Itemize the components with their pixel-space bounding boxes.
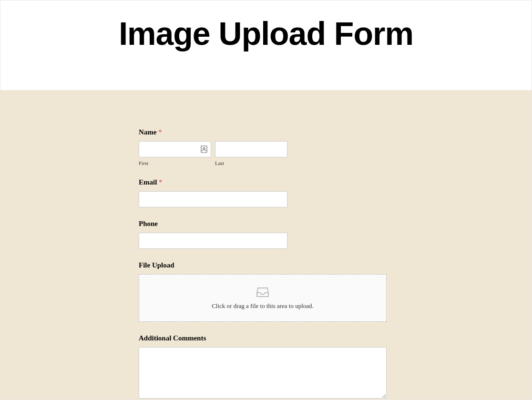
first-name-input[interactable] [139,141,211,157]
page-header: Image Upload Form [0,0,532,90]
comments-label: Additional Comments [139,334,387,342]
form-container: Name * First [0,90,532,400]
page-title: Image Upload Form [0,15,532,52]
email-label-text: Email [139,178,157,186]
name-field-group: Name * First [139,128,387,166]
inbox-icon [256,286,269,297]
phone-input[interactable] [139,233,287,249]
first-name-sublabel: First [139,160,211,166]
email-input[interactable] [139,191,287,207]
comments-field-group: Additional Comments [139,334,387,400]
dropzone-text: Click or drag a file to this area to upl… [139,302,386,310]
last-name-input[interactable] [215,141,287,157]
name-row: First Last [139,141,387,166]
file-upload-field-group: File Upload Click or drag a file to this… [139,261,387,322]
phone-label: Phone [139,220,387,228]
name-label-text: Name [139,128,157,136]
upload-form: Name * First [139,128,387,400]
phone-field-group: Phone [139,220,387,249]
last-name-sublabel: Last [215,160,287,166]
required-asterisk: * [158,128,162,136]
first-name-wrap [139,141,211,157]
email-label: Email * [139,178,387,186]
email-field-group: Email * [139,178,387,207]
first-name-col: First [139,141,211,166]
name-label: Name * [139,128,387,136]
last-name-col: Last [215,141,287,166]
required-asterisk: * [159,178,163,186]
file-upload-label: File Upload [139,261,387,269]
file-dropzone[interactable]: Click or drag a file to this area to upl… [139,274,387,322]
comments-textarea[interactable] [139,347,387,399]
